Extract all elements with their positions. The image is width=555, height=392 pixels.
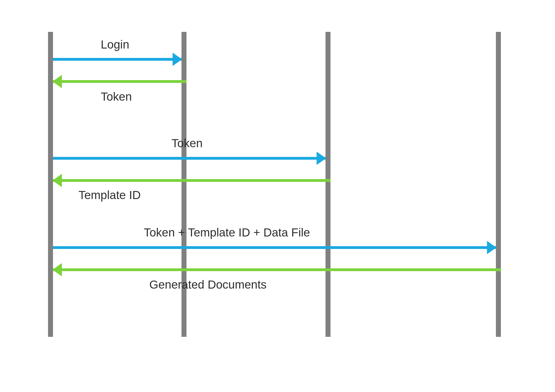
message-login-arrow — [53, 53, 181, 66]
message-token-send-label: Token — [171, 137, 203, 150]
lifeline-docgen-service — [496, 32, 501, 337]
message-generate-request-arrow — [53, 241, 496, 254]
message-generated-docs-arrow — [53, 263, 501, 276]
sequence-diagram: Login Token Token Template ID Token + Te… — [48, 32, 514, 342]
message-token-return-label: Token — [101, 90, 132, 103]
message-token-send-arrow — [53, 152, 326, 165]
message-token-return-arrow — [53, 75, 186, 88]
message-template-id-label: Template ID — [79, 189, 141, 202]
message-generated-docs-label: Generated Documents — [149, 278, 267, 291]
message-login-label: Login — [101, 38, 129, 51]
message-template-id-arrow — [53, 174, 331, 187]
message-generate-request-label: Token + Template ID + Data File — [144, 226, 310, 239]
